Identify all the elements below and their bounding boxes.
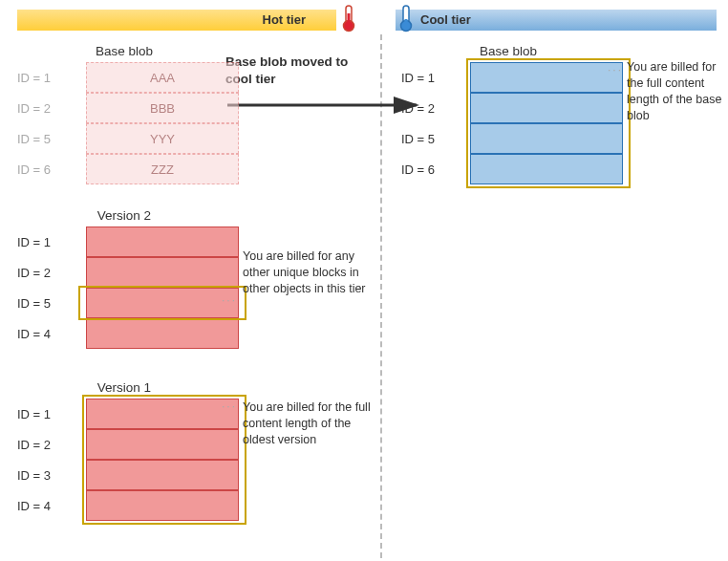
hot-version-2: Version 2 ID = 1AAA ID = 2BBB ID = 5YYY … bbox=[10, 208, 239, 349]
thermometer-hot-icon bbox=[340, 4, 357, 32]
cool-tier-header: Cool tier bbox=[396, 10, 717, 31]
note-cool-base: You are billed for the full content leng… bbox=[627, 59, 722, 124]
svg-rect-5 bbox=[405, 19, 408, 25]
hot-tier-header: Hot tier bbox=[17, 10, 336, 31]
leader-dots: ··· bbox=[222, 293, 237, 307]
leader-dots: ··· bbox=[222, 399, 237, 413]
hot-base-blob: Base blob ID = 1AAA ID = 2BBB ID = 5YYY … bbox=[10, 44, 239, 184]
cool-base-title: Base blob bbox=[394, 44, 623, 58]
hot-base-title: Base blob bbox=[10, 44, 239, 58]
note-unique-blocks: You are billed for any other unique bloc… bbox=[243, 248, 376, 297]
svg-rect-2 bbox=[348, 13, 351, 25]
thermometer-cool-icon bbox=[397, 4, 415, 32]
cool-base-blob: Base blob ID = 1AAA ID = 2BBB ID = 5YYY … bbox=[394, 44, 623, 184]
hot-version-1: Version 1 ID = 1AAA ID = 2BBB ID = 3CCC … bbox=[10, 380, 239, 521]
hot-v1-title: Version 1 bbox=[10, 380, 239, 395]
move-annotation: Base blob moved to cool tier bbox=[225, 54, 369, 87]
hot-v2-title: Version 2 bbox=[10, 208, 239, 223]
hot-tier-label: Hot tier bbox=[263, 12, 307, 27]
note-oldest-version: You are billed for the full content leng… bbox=[243, 399, 376, 448]
cool-tier-label: Cool tier bbox=[420, 12, 471, 27]
leader-dots: ··· bbox=[608, 63, 623, 76]
